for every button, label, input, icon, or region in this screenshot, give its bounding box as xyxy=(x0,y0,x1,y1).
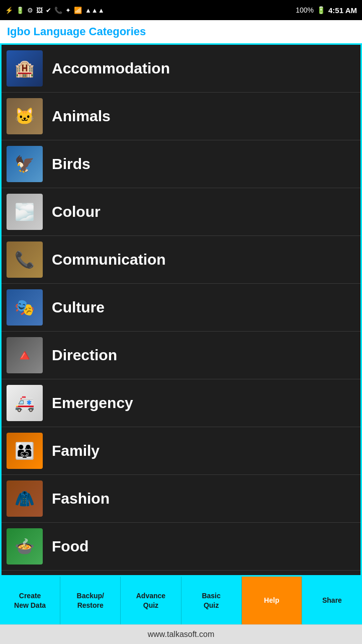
bluetooth-icon: ✦ xyxy=(65,7,71,14)
category-label-direction: Direction xyxy=(52,347,117,364)
category-item-colour[interactable]: 🌫️Colour xyxy=(2,188,360,236)
signal-icon: ▲▲▲ xyxy=(85,7,105,14)
battery-percent: 100% xyxy=(296,6,314,14)
advance-quiz-button[interactable]: Advance Quiz xyxy=(121,577,181,624)
birds-icon: 🦅 xyxy=(15,156,35,172)
category-label-accommodation: Accommodation xyxy=(52,60,170,77)
category-thumb-emergency: 🚑 xyxy=(7,385,43,421)
category-item-culture[interactable]: 🎭Culture xyxy=(2,284,360,332)
colour-icon: 🌫️ xyxy=(15,204,35,220)
bottom-bar: Create New DataBackup/ RestoreAdvance Qu… xyxy=(0,577,362,624)
category-label-emergency: Emergency xyxy=(52,394,133,412)
title-bar: Igbo Language Categories xyxy=(0,20,362,45)
communication-icon: 📞 xyxy=(15,252,35,268)
category-thumb-colour: 🌫️ xyxy=(7,194,43,230)
help-button[interactable]: Help xyxy=(242,577,302,624)
category-item-family[interactable]: 👨‍👩‍👧Family xyxy=(2,427,360,475)
category-item-birds[interactable]: 🦅Birds xyxy=(2,140,360,188)
category-label-animals: Animals xyxy=(52,108,111,125)
category-label-communication: Communication xyxy=(52,251,166,268)
category-thumb-communication: 📞 xyxy=(7,242,43,278)
family-icon: 👨‍👩‍👧 xyxy=(15,443,35,459)
backup-restore-button[interactable]: Backup/ Restore xyxy=(60,577,121,624)
category-thumb-animals: 🐱 xyxy=(7,98,43,134)
category-thumb-birds: 🦅 xyxy=(7,146,43,182)
direction-icon: 🔺 xyxy=(15,347,35,363)
phone-icon: 📞 xyxy=(54,7,62,14)
footer-url: www.talkasoft.com xyxy=(148,630,214,638)
category-thumb-culture: 🎭 xyxy=(7,289,43,326)
category-list[interactable]: 🏨Accommodation🐱Animals🦅Birds🌫️Colour📞Com… xyxy=(0,45,362,577)
basic-quiz-button[interactable]: Basic Quiz xyxy=(182,577,242,624)
battery-indicator: 🔋 xyxy=(16,7,24,14)
check-icon: ✔ xyxy=(46,7,51,14)
category-item-direction[interactable]: 🔺Direction xyxy=(2,332,360,379)
category-thumb-food: 🍲 xyxy=(7,528,43,565)
create-new-data-button[interactable]: Create New Data xyxy=(0,577,60,624)
category-label-colour: Colour xyxy=(52,203,101,220)
image-icon: 🖼 xyxy=(36,7,43,14)
category-label-food: Food xyxy=(52,538,88,555)
status-icons: ⚡ 🔋 ⚙ 🖼 ✔ 📞 ✦ 📶 ▲▲▲ xyxy=(5,7,105,14)
time-display: 4:51 AM xyxy=(328,6,357,15)
status-right: 100% 🔋 4:51 AM xyxy=(296,6,357,15)
settings-icon: ⚙ xyxy=(27,7,33,14)
category-thumb-direction: 🔺 xyxy=(7,337,43,373)
category-label-fashion: Fashion xyxy=(52,490,110,507)
category-item-emergency[interactable]: 🚑Emergency xyxy=(2,379,360,427)
emergency-icon: 🚑 xyxy=(15,395,35,411)
battery-icon: 🔋 xyxy=(317,6,325,14)
fashion-icon: 🧥 xyxy=(15,491,35,507)
category-item-food[interactable]: 🍲Food xyxy=(2,523,360,571)
category-thumb-fashion: 🧥 xyxy=(7,480,43,517)
category-label-birds: Birds xyxy=(52,155,90,173)
category-item-accommodation[interactable]: 🏨Accommodation xyxy=(2,45,360,93)
category-thumb-family: 👨‍👩‍👧 xyxy=(7,433,43,469)
usb-icon: ⚡ xyxy=(5,7,13,14)
page-title: Igbo Language Categories xyxy=(7,25,355,38)
animals-icon: 🐱 xyxy=(15,108,35,124)
category-thumb-accommodation: 🏨 xyxy=(7,50,43,87)
category-item-communication[interactable]: 📞Communication xyxy=(2,236,360,284)
culture-icon: 🎭 xyxy=(15,299,35,315)
share-button[interactable]: Share xyxy=(302,577,362,624)
food-icon: 🍲 xyxy=(15,538,35,554)
category-label-family: Family xyxy=(52,442,100,459)
footer: www.talkasoft.com xyxy=(0,624,362,644)
status-bar: ⚡ 🔋 ⚙ 🖼 ✔ 📞 ✦ 📶 ▲▲▲ 100% 🔋 4:51 AM xyxy=(0,0,362,20)
category-label-culture: Culture xyxy=(52,299,105,316)
category-item-animals[interactable]: 🐱Animals xyxy=(2,93,360,140)
accommodation-icon: 🏨 xyxy=(15,60,35,76)
category-item-fashion[interactable]: 🧥Fashion xyxy=(2,475,360,523)
wifi-icon: 📶 xyxy=(74,7,82,14)
